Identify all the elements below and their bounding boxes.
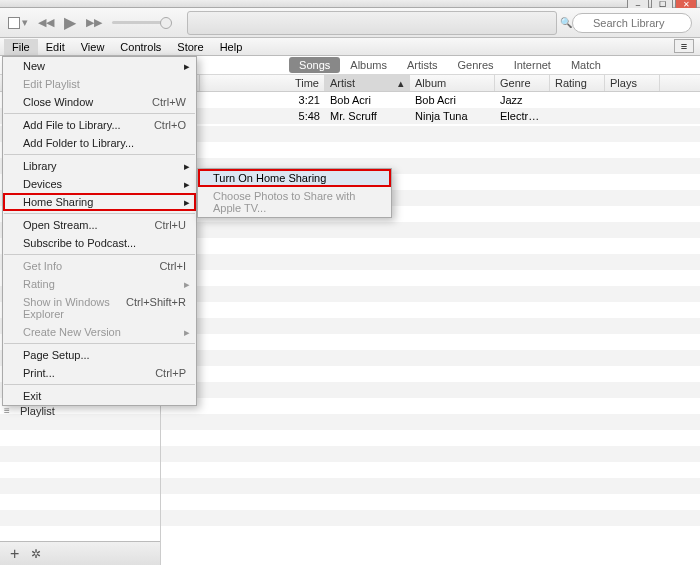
col-album[interactable]: Album	[410, 75, 495, 91]
menu-controls[interactable]: Controls	[112, 39, 169, 55]
menuitem-new[interactable]: New▸	[3, 57, 196, 75]
menuitem-close-window[interactable]: Close WindowCtrl+W	[3, 93, 196, 111]
play-button[interactable]: ▶	[64, 13, 76, 32]
chevron-right-icon: ▸	[184, 178, 190, 191]
chevron-right-icon: ▸	[184, 326, 190, 339]
tab-songs[interactable]: Songs	[289, 57, 340, 73]
submenuitem-turn-on-home-sharing[interactable]: Turn On Home Sharing	[198, 169, 391, 187]
volume-slider[interactable]	[112, 21, 172, 24]
cell-artist: Mr. Scruff	[325, 110, 410, 122]
col-genre[interactable]: Genre	[495, 75, 550, 91]
file-menu: New▸Edit PlaylistClose WindowCtrl+WAdd F…	[2, 56, 197, 406]
search-input[interactable]	[572, 13, 692, 33]
col-time[interactable]: Time	[200, 75, 325, 91]
tab-genres[interactable]: Genres	[448, 57, 504, 73]
gear-button[interactable]: ✲	[31, 547, 41, 561]
menubar: FileEditViewControlsStoreHelp ≡	[0, 38, 700, 56]
menuitem-library[interactable]: Library▸	[3, 157, 196, 175]
lcd-display	[187, 11, 557, 35]
chevron-right-icon: ▸	[184, 160, 190, 173]
menu-edit[interactable]: Edit	[38, 39, 73, 55]
tab-internet[interactable]: Internet	[504, 57, 561, 73]
home-sharing-submenu: Turn On Home SharingChoose Photos to Sha…	[197, 168, 392, 218]
menuitem-get-info: Get InfoCtrl+I	[3, 257, 196, 275]
menuitem-add-file-to-library[interactable]: Add File to Library...Ctrl+O	[3, 116, 196, 134]
cell-album: Ninja Tuna	[410, 110, 495, 122]
chevron-right-icon: ▸	[184, 196, 190, 209]
search-icon: 🔍	[560, 17, 572, 28]
col-artist[interactable]: Artist ▴	[325, 75, 410, 91]
tab-match[interactable]: Match	[561, 57, 611, 73]
cell-album: Bob Acri	[410, 94, 495, 106]
menuitem-open-stream[interactable]: Open Stream...Ctrl+U	[3, 216, 196, 234]
tab-albums[interactable]: Albums	[340, 57, 397, 73]
bottom-bar: + ✲	[0, 541, 160, 565]
miniplayer-toggle[interactable]	[8, 17, 20, 29]
chevron-right-icon: ▸	[184, 278, 190, 291]
cell-genre: Jazz	[495, 94, 550, 106]
col-plays[interactable]: Plays	[605, 75, 660, 91]
menuitem-devices[interactable]: Devices▸	[3, 175, 196, 193]
prev-button[interactable]: ◀◀	[38, 16, 54, 29]
menuitem-edit-playlist: Edit Playlist	[3, 75, 196, 93]
submenuitem-choose-photos-to-share-with-apple-tv: Choose Photos to Share with Apple TV...	[198, 187, 391, 217]
next-button[interactable]: ▶▶	[86, 16, 102, 29]
dropdown-icon[interactable]: ▾	[22, 16, 28, 29]
cell-time: 5:48	[200, 110, 325, 122]
menuitem-rating: Rating▸	[3, 275, 196, 293]
col-rating[interactable]: Rating	[550, 75, 605, 91]
tab-artists[interactable]: Artists	[397, 57, 448, 73]
cell-genre: Electronic	[495, 110, 550, 122]
sidebar-item-label: Playlist	[20, 405, 55, 417]
menuitem-exit[interactable]: Exit	[3, 387, 196, 405]
menu-store[interactable]: Store	[169, 39, 211, 55]
toolbar: ▾ ◀◀ ▶ ▶▶ 🔍	[0, 8, 700, 38]
menu-file[interactable]: File	[4, 39, 38, 55]
menuitem-subscribe-to-podcast[interactable]: Subscribe to Podcast...	[3, 234, 196, 252]
list-view-button[interactable]: ≡	[674, 39, 694, 53]
menuitem-show-in-windows-explorer: Show in Windows ExplorerCtrl+Shift+R	[3, 293, 196, 323]
menu-view[interactable]: View	[73, 39, 113, 55]
add-playlist-button[interactable]: +	[10, 545, 19, 563]
playlist-icon: ≡	[4, 405, 10, 416]
sort-asc-icon: ▴	[398, 77, 404, 90]
menuitem-create-new-version: Create New Version▸	[3, 323, 196, 341]
menuitem-add-folder-to-library[interactable]: Add Folder to Library...	[3, 134, 196, 152]
menuitem-print[interactable]: Print...Ctrl+P	[3, 364, 196, 382]
cell-time: 3:21	[200, 94, 325, 106]
menuitem-page-setup[interactable]: Page Setup...	[3, 346, 196, 364]
menuitem-home-sharing[interactable]: Home Sharing▸	[3, 193, 196, 211]
menu-help[interactable]: Help	[212, 39, 251, 55]
cell-artist: Bob Acri	[325, 94, 410, 106]
chevron-right-icon: ▸	[184, 60, 190, 73]
